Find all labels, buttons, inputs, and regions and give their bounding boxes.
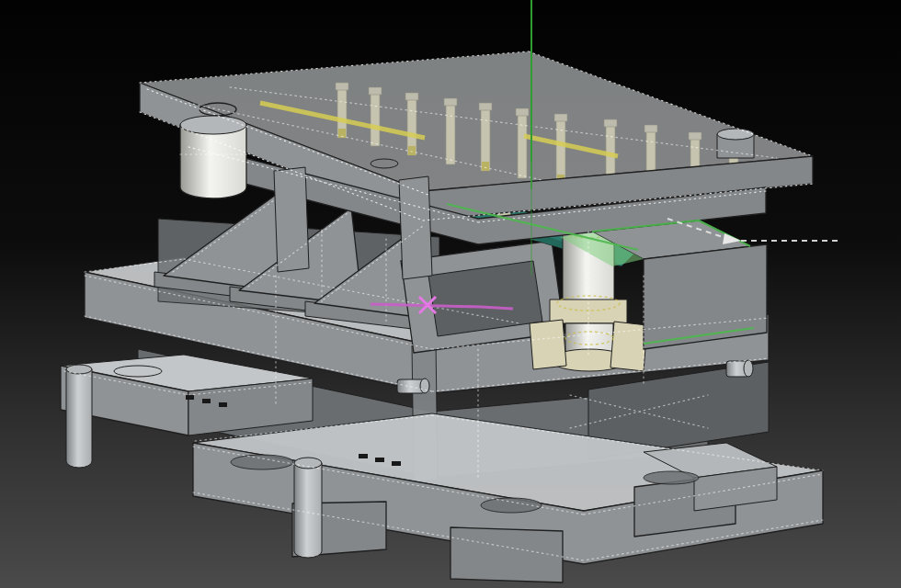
clamp-block-left (530, 320, 566, 369)
cad-viewport[interactable] (0, 0, 901, 588)
guide-pin-center[interactable] (294, 458, 322, 558)
guide-pin-left[interactable] (66, 365, 92, 468)
plate-slot (644, 471, 699, 484)
guide-bushing[interactable] (180, 116, 246, 198)
cam-block-front-face[interactable] (644, 244, 767, 349)
stop-pin-horizontal-right[interactable] (726, 360, 753, 377)
bushing-body[interactable] (180, 125, 246, 198)
support-post-upper[interactable] (274, 167, 309, 272)
pin-end (420, 379, 429, 393)
support-post-upper[interactable] (399, 176, 432, 279)
pin-end (744, 360, 753, 377)
measure-line-ext (481, 307, 513, 309)
top-plate-boss (717, 129, 754, 158)
boss-top (717, 129, 754, 140)
bushing-top (180, 116, 246, 134)
pin-body[interactable] (66, 369, 92, 468)
stop-pin-horizontal-left[interactable] (397, 379, 429, 393)
clamp-block-right (610, 322, 647, 371)
foot-tab-center[interactable] (450, 527, 563, 582)
model-canvas[interactable] (0, 0, 901, 588)
